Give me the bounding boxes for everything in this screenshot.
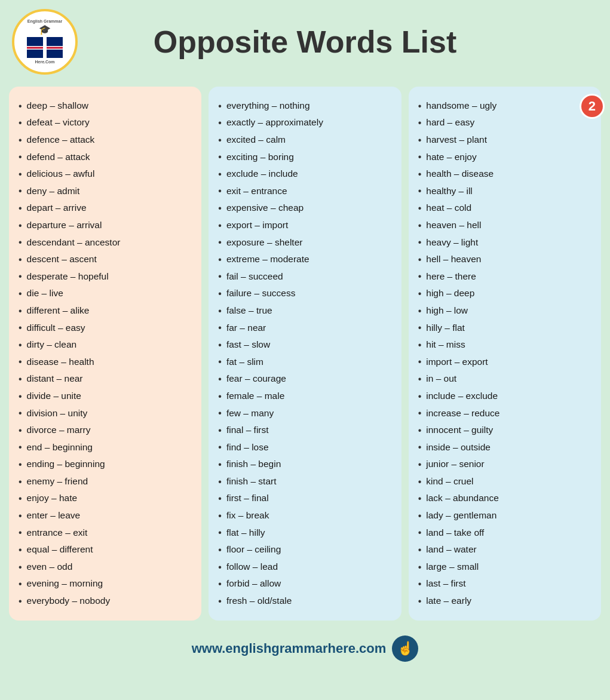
- list-item: import – export: [418, 354, 591, 371]
- list-item: far – near: [218, 320, 391, 337]
- list-item: failure – success: [218, 285, 391, 303]
- list-item: different – alike: [19, 302, 192, 320]
- logo-text-top: English Grammar: [27, 19, 63, 24]
- list-item: lady – gentleman: [418, 507, 591, 524]
- list-item: delicious – awful: [19, 165, 192, 183]
- list-item: descent – ascent: [19, 251, 192, 268]
- footer: www.englishgrammarhere.com ☝️: [0, 630, 610, 671]
- list-item: difficult – easy: [19, 320, 192, 337]
- list-item: innocent – guilty: [418, 422, 591, 439]
- logo-flag: [27, 37, 63, 58]
- list-item: fail – succeed: [218, 268, 391, 285]
- list-item: hard – easy: [418, 115, 591, 132]
- word-list-1: deep – shallowdefeat – victorydefence – …: [19, 97, 192, 610]
- list-item: land – water: [418, 541, 591, 558]
- list-item: exposure – shelter: [218, 234, 391, 251]
- list-item: high – deep: [418, 285, 591, 303]
- list-item: forbid – allow: [218, 576, 391, 593]
- list-item: heavy – light: [418, 234, 591, 251]
- list-item: here – there: [418, 268, 591, 285]
- list-item: enemy – friend: [19, 473, 192, 490]
- list-item: evening – morning: [19, 576, 192, 593]
- list-item: equal – different: [19, 541, 192, 558]
- list-item: departure – arrival: [19, 217, 192, 234]
- list-item: die – live: [19, 285, 192, 303]
- list-item: floor – ceiling: [218, 541, 391, 558]
- list-item: increase – reduce: [418, 405, 591, 422]
- list-item: flat – hilly: [218, 524, 391, 542]
- list-item: high – low: [418, 302, 591, 320]
- word-list-2: everything – nothingexactly – approximat…: [218, 97, 391, 610]
- word-list-3: handsome – uglyhard – easyharvest – plan…: [418, 97, 591, 610]
- list-item: divorce – marry: [19, 422, 192, 439]
- list-item: late – early: [418, 592, 591, 610]
- list-item: hit – miss: [418, 336, 591, 354]
- list-item: enjoy – hate: [19, 490, 192, 508]
- list-item: division – unity: [19, 405, 192, 422]
- list-item: hilly – flat: [418, 320, 591, 337]
- list-item: hate – enjoy: [418, 149, 591, 166]
- list-item: hell – heaven: [418, 251, 591, 268]
- list-item: exit – entrance: [218, 183, 391, 200]
- list-item: exciting – boring: [218, 149, 391, 166]
- list-item: excited – calm: [218, 131, 391, 149]
- badge-number: 2: [580, 94, 605, 119]
- logo: English Grammar 🎓 Here.Com: [12, 9, 78, 75]
- list-item: depart – arrive: [19, 200, 192, 217]
- list-item: fresh – old/stale: [218, 592, 391, 610]
- list-item: heat – cold: [418, 200, 591, 217]
- list-item: finish – start: [218, 473, 391, 490]
- list-item: kind – cruel: [418, 473, 591, 490]
- list-item: female – male: [218, 388, 391, 405]
- column-1: deep – shallowdefeat – victorydefence – …: [9, 87, 201, 621]
- list-item: defeat – victory: [19, 115, 192, 132]
- list-item: few – many: [218, 405, 391, 422]
- list-item: even – odd: [19, 558, 192, 576]
- list-item: exclude – include: [218, 165, 391, 183]
- content-area: deep – shallowdefeat – victorydefence – …: [0, 81, 610, 630]
- column-3: 2 handsome – uglyhard – easyharvest – pl…: [409, 87, 601, 621]
- list-item: include – exclude: [418, 388, 591, 405]
- list-item: expensive – cheap: [218, 200, 391, 217]
- list-item: fear – courage: [218, 371, 391, 388]
- list-item: find – lose: [218, 439, 391, 456]
- list-item: follow – lead: [218, 558, 391, 576]
- list-item: fast – slow: [218, 336, 391, 354]
- list-item: deep – shallow: [19, 97, 192, 115]
- list-item: dirty – clean: [19, 336, 192, 354]
- column-2: everything – nothingexactly – approximat…: [209, 87, 401, 621]
- list-item: export – import: [218, 217, 391, 234]
- list-item: final – first: [218, 422, 391, 439]
- list-item: everybody – nobody: [19, 592, 192, 610]
- list-item: descendant – ancestor: [19, 234, 192, 251]
- list-item: large – small: [418, 558, 591, 576]
- list-item: junior – senior: [418, 456, 591, 473]
- list-item: lack – abundance: [418, 490, 591, 508]
- list-item: defence – attack: [19, 131, 192, 149]
- list-item: last – first: [418, 576, 591, 593]
- list-item: deny – admit: [19, 183, 192, 200]
- header: English Grammar 🎓 Here.Com Opposite Word…: [0, 0, 610, 81]
- list-item: fat – slim: [218, 354, 391, 371]
- hand-icon: ☝️: [392, 635, 418, 662]
- list-item: healthy – ill: [418, 183, 591, 200]
- list-item: end – beginning: [19, 439, 192, 456]
- list-item: heaven – hell: [418, 217, 591, 234]
- list-item: divide – unite: [19, 388, 192, 405]
- list-item: defend – attack: [19, 149, 192, 166]
- list-item: exactly – approximately: [218, 115, 391, 132]
- list-item: finish – begin: [218, 456, 391, 473]
- list-item: handsome – ugly: [418, 97, 591, 115]
- list-item: distant – near: [19, 371, 192, 388]
- list-item: entrance – exit: [19, 524, 192, 542]
- list-item: enter – leave: [19, 507, 192, 524]
- footer-url[interactable]: www.englishgrammarhere.com: [192, 641, 387, 656]
- list-item: inside – outside: [418, 439, 591, 456]
- list-item: desperate – hopeful: [19, 268, 192, 285]
- list-item: ending – beginning: [19, 456, 192, 473]
- list-item: harvest – plant: [418, 131, 591, 149]
- list-item: in – out: [418, 371, 591, 388]
- list-item: disease – health: [19, 354, 192, 371]
- list-item: extreme – moderate: [218, 251, 391, 268]
- page-title: Opposite Words List: [12, 24, 598, 60]
